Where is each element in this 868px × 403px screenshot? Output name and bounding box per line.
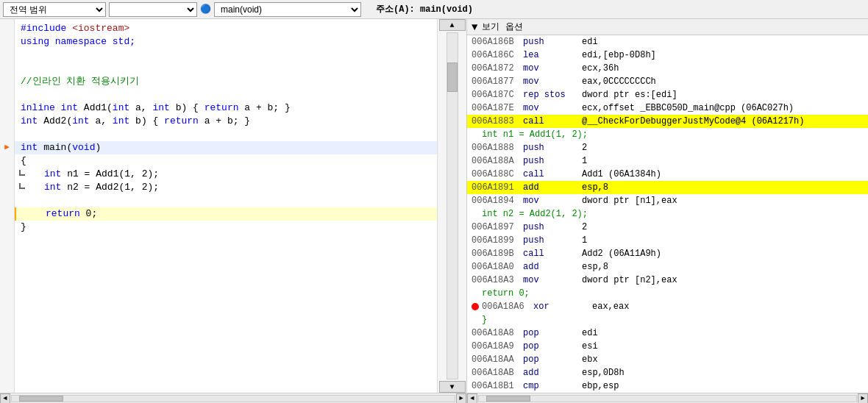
disasm-row-4: 006A1877 mov eax,0CCCCCCCCh [467,75,868,88]
func-dropdown[interactable]: main(void) [214,2,361,17]
mnem-12: mov [523,194,582,207]
addr-20: 006A18A9 [472,340,523,353]
expand-icon[interactable]: ▼ [472,21,477,33]
gutter-6 [0,87,14,100]
op-19: edi [582,327,598,340]
code-line-10: int main(void) [15,141,437,154]
addr-3: 006A1872 [472,62,523,75]
disasm-hscroll-thumb [486,396,530,402]
fn-add1: Add1( [84,101,113,115]
mnem-17: mov [523,274,582,287]
param-b2: b) { [135,115,164,128]
kw-int1: int [61,101,84,115]
disasm-row-6: 006A187E mov ecx,offset _EBBC050D_main@c… [467,101,868,115]
op-5: dword ptr es:[edi] [582,88,677,101]
addr-5: 006A187C [472,88,523,101]
op-16: esp,8 [582,260,608,274]
disasm-row-15: 006A189B call Add2 (06A11A9h) [467,247,868,260]
scope-dropdown[interactable]: 전역 범위 [3,2,106,17]
kw-using: using namespace std; [21,35,135,49]
mnem-10: call [523,168,582,181]
param-b1: b) { [176,101,204,115]
vertical-scrollbar[interactable]: ▲ ▼ [437,19,466,393]
hscroll-left[interactable]: ◄ [0,393,10,404]
disasm-panel: ▼ 보기 옵션 006A186B push edi 006A186C lea e… [467,19,868,403]
disasm-hscroll-right[interactable]: ► [858,393,868,404]
addr-4: 006A1877 [472,75,523,88]
disasm-hscroll-left[interactable]: ◄ [467,393,477,404]
op-23: ebp,esp [582,379,619,393]
mnem-5: rep stos [523,88,582,101]
stmt-n2: n2 = Add2(1, 2); [67,181,159,194]
gutter-4 [0,60,14,74]
addr-18: 006A18A6 [482,300,533,313]
disasm-hscroll[interactable]: ◄ ► [467,393,868,403]
disasm-row-18: 006A18A6 xor eax,eax [467,300,868,313]
addr-6: 006A187E [472,101,523,115]
source-code[interactable]: #include <iostream> using namespace std;… [15,19,437,393]
mnem-3: mov [523,62,582,75]
mnem-14: push [523,234,582,247]
disasm-row-23: 006A18B1 cmp ebp,esp [467,379,868,393]
disasm-row-8: 006A1888 push 2 [467,141,868,154]
param-a1: a, [135,101,152,115]
kw-include: #include [21,22,72,35]
expr2: a + b; } [204,115,250,128]
kw-int-n2: int [44,181,67,194]
code-line-1: #include <iostream> [15,22,437,35]
op-1: edi [582,35,598,49]
range-dropdown[interactable] [109,2,197,17]
kw-int6: int [113,115,135,128]
src-text-2: int n2 = Add2(1, 2); [482,207,588,221]
mnem-2: lea [523,49,582,62]
scroll-up-btn[interactable]: ▲ [439,19,466,31]
kw-inline: inline [21,101,61,115]
hscroll-right[interactable]: ► [456,393,466,404]
gutter-14 [0,193,14,206]
top-toolbar: 전역 범위 🔵 main(void) 주소(A): main(void) [0,0,868,19]
op-2: edi,[ebp-0D8h] [582,49,656,62]
disasm-row-2: 006A186C lea edi,[ebp-0D8h] [467,49,868,62]
mnem-8: push [523,141,582,154]
param-a2: a, [95,115,112,128]
code-hscroll[interactable]: ◄ ► [0,393,466,403]
mnem-19: pop [523,327,582,340]
gutter-15 [0,206,14,219]
addr-23: 006A18B1 [472,379,523,393]
kw-int5: int [72,115,95,128]
return-val: 0; [86,207,98,221]
code-line-16: } [15,221,437,234]
scroll-down-btn[interactable]: ▼ [439,381,466,393]
include-path: <iostream> [72,22,129,35]
gutter-arrow: ▶ [0,140,14,153]
disasm-source-3: return 0; [467,287,868,300]
mnem-20: pop [523,340,582,353]
addr-11: 006A1891 [472,181,523,194]
disasm-row-1: 006A186B push edi [467,35,868,49]
disasm-row-11: 006A1891 add esp,8 [467,181,868,194]
code-line-9 [15,128,437,141]
disasm-row-20: 006A18A9 pop esi [467,340,868,353]
op-21: ebx [582,353,598,366]
code-panel: ▶ #include <iostream> using namespace st… [0,19,467,403]
disasm-row-9: 006A188A push 1 [467,154,868,168]
gutter-5 [0,74,14,87]
gutter-12 [0,166,14,179]
disasm-row-12: 006A1894 mov dword ptr [n1],eax [467,194,868,207]
addr-2: 006A186C [472,49,523,62]
addr-10: 006A188C [472,168,523,181]
hscroll-thumb [19,396,63,402]
disasm-source-2: int n2 = Add2(1, 2); [467,207,868,221]
code-line-11: { [15,154,437,168]
op-22: esp,0D8h [582,366,625,379]
mnem-4: mov [523,75,582,88]
kw-return2: return [164,115,204,128]
code-content: ▶ #include <iostream> using namespace st… [0,19,466,393]
mnem-23: cmp [523,379,582,393]
code-line-5: //인라인 치환 적용시키기 [15,75,437,88]
breakpoint-dot [472,303,479,310]
addr-7: 006A1883 [472,115,523,128]
disasm-content[interactable]: 006A186B push edi 006A186C lea edi,[ebp-… [467,35,868,393]
gutter-16 [0,219,14,232]
hscroll-track [11,395,455,402]
